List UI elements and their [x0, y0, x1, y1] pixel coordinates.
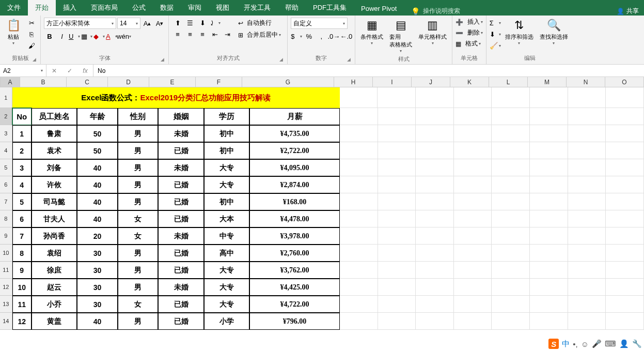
- col-header-D[interactable]: D: [108, 77, 149, 87]
- cell[interactable]: [492, 245, 530, 262]
- cell[interactable]: [530, 108, 568, 125]
- cell[interactable]: [606, 279, 644, 296]
- cell[interactable]: [378, 227, 416, 245]
- cell[interactable]: [340, 125, 378, 142]
- cell[interactable]: [492, 279, 530, 296]
- tab-developer[interactable]: 开发工具: [237, 0, 278, 16]
- col-header-I[interactable]: I: [373, 77, 412, 87]
- cell[interactable]: [340, 210, 378, 227]
- border-button[interactable]: ▦▾: [81, 31, 92, 41]
- ime-punct-button[interactable]: •,: [573, 340, 577, 348]
- cell[interactable]: [454, 245, 492, 262]
- indent-increase-button[interactable]: ⇥: [222, 29, 233, 39]
- paste-button[interactable]: 📋 粘贴 ▾: [3, 18, 24, 47]
- delete-cells-button[interactable]: ➖ 删除▾: [455, 28, 482, 37]
- cell[interactable]: [454, 227, 492, 245]
- cell[interactable]: [568, 125, 606, 142]
- cell[interactable]: [454, 159, 492, 176]
- clear-button[interactable]: 🧹▾: [490, 40, 501, 51]
- cell[interactable]: [530, 210, 568, 227]
- cell[interactable]: 已婚: [158, 262, 203, 279]
- cell[interactable]: 已婚: [158, 176, 203, 193]
- tab-insert[interactable]: 插入: [56, 0, 84, 16]
- cell[interactable]: [416, 125, 454, 142]
- accounting-button[interactable]: $▾: [291, 31, 302, 41]
- cell[interactable]: [454, 262, 492, 279]
- col-header-E[interactable]: E: [149, 77, 196, 87]
- indent-decrease-button[interactable]: ⇤: [209, 29, 221, 39]
- wrap-text-button[interactable]: ↩ 自动换行: [235, 18, 284, 28]
- conditional-format-button[interactable]: ▦条件格式▾: [358, 18, 385, 47]
- cell[interactable]: [340, 193, 378, 210]
- row-header[interactable]: 1: [0, 87, 12, 108]
- cell[interactable]: [378, 245, 416, 262]
- cell[interactable]: 男: [118, 245, 159, 262]
- cell[interactable]: [454, 193, 492, 210]
- cell[interactable]: [568, 176, 606, 193]
- cell[interactable]: [378, 313, 416, 330]
- cell[interactable]: 男: [118, 142, 159, 159]
- row-header[interactable]: 2: [0, 108, 12, 125]
- cell[interactable]: [378, 193, 416, 210]
- row-header[interactable]: 5: [0, 159, 12, 176]
- cell[interactable]: 30: [77, 245, 118, 262]
- cell[interactable]: 12: [12, 313, 32, 330]
- row-header[interactable]: 14: [0, 313, 12, 330]
- cell[interactable]: 未婚: [158, 159, 203, 176]
- col-header-J[interactable]: J: [412, 77, 450, 87]
- cell[interactable]: [492, 210, 530, 227]
- cell[interactable]: [492, 142, 530, 159]
- cell[interactable]: 大专: [204, 159, 249, 176]
- cell[interactable]: 7: [12, 227, 32, 245]
- cell[interactable]: [492, 108, 530, 125]
- cell[interactable]: 赵云: [32, 279, 77, 296]
- cell[interactable]: [454, 142, 492, 159]
- cell[interactable]: 50: [77, 125, 118, 142]
- cell[interactable]: 大专: [204, 176, 249, 193]
- cell[interactable]: 大本: [204, 210, 249, 227]
- cell[interactable]: 20: [77, 227, 118, 245]
- cell[interactable]: [492, 313, 530, 330]
- cell[interactable]: 学历: [204, 108, 249, 125]
- cell[interactable]: ¥3,978.00: [249, 227, 340, 245]
- tab-pdf[interactable]: PDF工具集: [306, 0, 354, 16]
- cell[interactable]: ¥2,874.00: [249, 176, 340, 193]
- cell[interactable]: 黄盖: [32, 313, 77, 330]
- cell[interactable]: 40: [77, 193, 118, 210]
- cell[interactable]: [416, 262, 454, 279]
- cell[interactable]: [568, 159, 606, 176]
- row-header[interactable]: 8: [0, 210, 12, 227]
- cell[interactable]: 月薪: [249, 108, 340, 125]
- cell[interactable]: 4: [12, 176, 32, 193]
- cell[interactable]: 女: [118, 296, 159, 313]
- cancel-formula-button[interactable]: ✕: [46, 65, 62, 77]
- row-header[interactable]: 4: [0, 142, 12, 159]
- align-top-button[interactable]: ⬆: [172, 18, 183, 28]
- cell[interactable]: [416, 159, 454, 176]
- decrease-font-button[interactable]: A▾: [154, 18, 165, 28]
- cell[interactable]: [416, 313, 454, 330]
- cell[interactable]: 许攸: [32, 176, 77, 193]
- cell[interactable]: 男: [118, 125, 159, 142]
- cell[interactable]: [606, 296, 644, 313]
- cell[interactable]: 未婚: [158, 125, 203, 142]
- cell[interactable]: [492, 125, 530, 142]
- align-left-button[interactable]: ≡: [172, 29, 183, 39]
- cell[interactable]: [530, 176, 568, 193]
- ime-emoji-button[interactable]: ☺: [581, 340, 589, 348]
- cell[interactable]: [454, 210, 492, 227]
- cell[interactable]: 鲁肃: [32, 125, 77, 142]
- cell[interactable]: 性别: [118, 108, 159, 125]
- cell[interactable]: 40: [77, 313, 118, 330]
- cell[interactable]: [606, 245, 644, 262]
- cell[interactable]: [492, 262, 530, 279]
- autosum-button[interactable]: Σ▾: [490, 18, 501, 28]
- italic-button[interactable]: I: [56, 31, 68, 41]
- cell[interactable]: [378, 125, 416, 142]
- cell[interactable]: ¥2,722.00: [249, 142, 340, 159]
- cell[interactable]: [530, 296, 568, 313]
- cell[interactable]: 婚姻: [158, 108, 203, 125]
- bold-button[interactable]: B: [44, 31, 55, 41]
- cell[interactable]: [340, 262, 378, 279]
- cell[interactable]: [606, 262, 644, 279]
